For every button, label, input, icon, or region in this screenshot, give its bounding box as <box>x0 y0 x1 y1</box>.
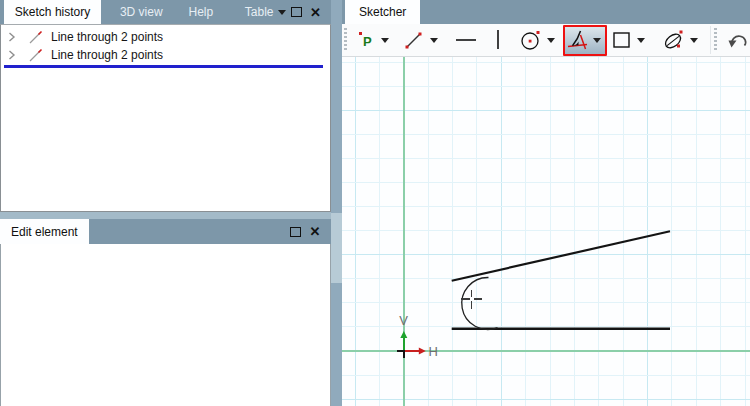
maximize-icon <box>291 7 302 17</box>
edit-element-tabbar: Edit element ✕ <box>0 219 331 244</box>
vertical-splitter[interactable] <box>331 0 342 406</box>
tab-gap <box>224 0 234 24</box>
tabbar-spacer <box>89 219 285 244</box>
chevron-down-icon <box>547 38 555 43</box>
sketch-history-tabbar: Sketch history 3D view Help Table ✕ <box>0 0 331 24</box>
circle-tool-button[interactable] <box>520 27 542 53</box>
sketcher-toolbar: P <box>342 24 750 57</box>
tree-item-label: Line through 2 points <box>51 30 163 44</box>
table-dropdown-icon[interactable] <box>278 10 286 15</box>
tree-item-label: Line through 2 points <box>51 48 163 62</box>
rectangle-tool-button[interactable] <box>611 27 633 53</box>
sketch-history-panel: Sketch history 3D view Help Table ✕ Line… <box>0 0 331 212</box>
chevron-down-icon <box>593 38 601 43</box>
rectangle-icon <box>611 29 633 51</box>
point-tool-dropdown[interactable] <box>379 27 392 53</box>
undo-button[interactable] <box>726 27 750 53</box>
vertical-line-icon <box>490 28 506 52</box>
edit-element-maximize-button[interactable] <box>285 219 305 244</box>
arc-tangent-tool-selected[interactable] <box>563 25 607 56</box>
toolbar-separator <box>710 26 711 54</box>
close-icon: ✕ <box>310 225 321 238</box>
close-button[interactable]: ✕ <box>306 0 325 24</box>
sketch-canvas-svg: VH <box>342 57 750 406</box>
rectangle-tool-dropdown[interactable] <box>635 27 648 53</box>
tab-3d-view[interactable]: 3D view <box>109 0 174 24</box>
toolbar-grip[interactable] <box>344 28 347 52</box>
tab-sketcher[interactable]: Sketcher <box>345 0 420 24</box>
point-icon: P <box>355 29 377 51</box>
line-icon <box>29 30 43 44</box>
sketch-canvas[interactable]: VH <box>342 57 750 406</box>
selection-indicator <box>4 65 323 68</box>
circle-tool-dropdown[interactable] <box>544 27 557 53</box>
ellipse-tool-button[interactable] <box>662 27 686 53</box>
tab-table[interactable]: Table <box>234 0 279 24</box>
edit-element-panel: Edit element ✕ <box>0 219 331 406</box>
sketcher-tabbar: Sketcher <box>342 0 750 24</box>
tree-item[interactable]: Line through 2 points <box>1 28 330 46</box>
chevron-down-icon <box>430 38 438 43</box>
vertical-line-tool-button[interactable] <box>490 27 506 53</box>
edit-element-close-button[interactable]: ✕ <box>305 219 325 244</box>
chevron-right-icon[interactable] <box>8 50 22 60</box>
maximize-button[interactable] <box>286 0 305 24</box>
sketch-history-content: Line through 2 pointsLine through 2 poin… <box>0 24 331 212</box>
arc-tangent-tool-dropdown[interactable] <box>590 27 604 53</box>
chevron-right-icon[interactable] <box>8 32 22 42</box>
line-tool-button[interactable] <box>403 27 425 53</box>
tree-item[interactable]: Line through 2 points <box>1 46 330 64</box>
maximize-icon <box>290 227 301 237</box>
ellipse-icon <box>662 28 686 52</box>
horizontal-splitter[interactable] <box>0 212 331 219</box>
toolbar-grip[interactable] <box>714 28 717 52</box>
tab-help[interactable]: Help <box>177 0 224 24</box>
horizontal-line-tool-button[interactable] <box>454 27 478 53</box>
h-axis-label: H <box>429 344 438 359</box>
chevron-down-icon <box>637 38 645 43</box>
ellipse-tool-dropdown[interactable] <box>688 27 701 53</box>
line-tool-dropdown[interactable] <box>427 27 440 53</box>
tab-edit-element[interactable]: Edit element <box>0 219 89 244</box>
arc-tangent-tool-button[interactable] <box>566 27 590 53</box>
close-icon: ✕ <box>310 6 321 19</box>
line-icon <box>29 48 43 62</box>
svg-text:P: P <box>363 34 372 49</box>
tab-sketch-history[interactable]: Sketch history <box>4 0 101 24</box>
left-panel-column: Sketch history 3D view Help Table ✕ Line… <box>0 0 331 406</box>
chevron-down-icon <box>381 38 389 43</box>
splitter-handle[interactable] <box>331 213 342 283</box>
point-tool-button[interactable]: P <box>355 27 377 53</box>
line-icon <box>403 29 425 51</box>
v-axis-label: V <box>399 313 408 328</box>
edit-element-content <box>0 244 331 406</box>
tree-list: Line through 2 pointsLine through 2 poin… <box>1 28 330 64</box>
application-window: Sketch history 3D view Help Table ✕ Line… <box>0 0 750 406</box>
horizontal-line-icon <box>454 29 478 51</box>
tab-gap <box>101 0 109 24</box>
sketcher-panel: Sketcher P <box>342 0 750 406</box>
chevron-down-icon <box>690 38 698 43</box>
undo-icon <box>726 29 750 51</box>
arc-tangent-icon <box>567 29 589 51</box>
circle-icon <box>520 29 542 51</box>
